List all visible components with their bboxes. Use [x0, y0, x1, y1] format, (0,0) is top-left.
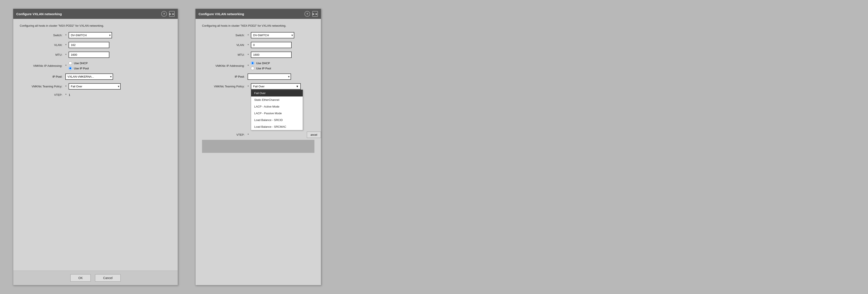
- d2-mtu-required: *: [248, 53, 249, 57]
- mtu-row: MTU: *: [20, 52, 171, 58]
- vlan-label: VLAN:: [20, 43, 65, 46]
- d2-use-ip-pool-row: Use IP Pool: [251, 67, 271, 70]
- mtu-control: *: [65, 52, 110, 58]
- d2-vlan-label: VLAN:: [202, 43, 248, 46]
- dialog2: Configure VXLAN networking ? ►► Configur…: [195, 9, 321, 285]
- vtep-required: *: [65, 93, 66, 96]
- d2-ip-pool-row: IP Pool: ▼: [202, 73, 314, 80]
- d2-teaming-control: * Fail Over ▼ Fail Over Static EtherChan…: [248, 83, 301, 90]
- vmknic-ip-row: VMKNic IP Addressing: * Use DHCP Use IP …: [20, 61, 171, 70]
- dialog1-subtitle: Configuring all hosts in cluster "NSX-PO…: [20, 24, 171, 27]
- dropdown-item-load-balance-srcmac[interactable]: Load Balance - SRCMAC: [251, 123, 303, 130]
- ok-button[interactable]: OK: [70, 274, 91, 282]
- ip-pool-label: IP Pool:: [20, 75, 65, 78]
- dialog1-footer: OK Cancel: [13, 270, 178, 285]
- dropdown-item-failover[interactable]: Fail Over: [251, 90, 303, 96]
- vlan-input[interactable]: [69, 42, 110, 48]
- vlan-row: VLAN: *: [20, 42, 171, 48]
- dialog2-subtitle: Configuring all hosts in cluster "NSX-PO…: [202, 24, 314, 27]
- use-ip-pool-radio[interactable]: [69, 67, 72, 70]
- vtep-row: VTEP: * 1: [20, 93, 171, 96]
- d2-use-ip-pool-radio[interactable]: [251, 67, 254, 70]
- d2-ip-pool-label: IP Pool:: [202, 75, 248, 78]
- cancel-button[interactable]: Cancel: [95, 274, 121, 282]
- d2-vtep-row: VTEP: * ancel: [202, 133, 314, 136]
- d2-ip-pool-label-text: IP Pool:: [235, 75, 245, 78]
- d2-switch-select-wrapper: DV-SWITCH ▼: [251, 32, 294, 38]
- d2-vlan-required: *: [248, 43, 249, 47]
- vmknic-ip-label: VMKNic IP Addressing:: [20, 64, 65, 67]
- dialog2-titlebar-icons: ? ►►: [305, 11, 318, 17]
- dialog2-help-icon[interactable]: ?: [305, 11, 310, 17]
- dialog2-title: Configure VXLAN networking: [198, 12, 244, 16]
- d2-ip-pool-select[interactable]: [248, 73, 291, 80]
- mtu-required: *: [65, 53, 66, 57]
- help-icon[interactable]: ?: [161, 11, 167, 17]
- teaming-select-wrapper: Fail Over ▼: [69, 83, 121, 90]
- d2-mtu-row: MTU: *: [202, 52, 314, 58]
- d2-vmknic-ip-control: * Use DHCP Use IP Pool: [248, 61, 271, 70]
- dialog2-titlebar: Configure VXLAN networking ? ►►: [195, 9, 321, 19]
- d2-teaming-dropdown-arrow: ▼: [296, 85, 299, 88]
- use-dhcp-radio[interactable]: [69, 61, 72, 65]
- dialog1-body: Configuring all hosts in cluster "NSX-PO…: [13, 19, 178, 270]
- d2-vtep-control: *: [248, 133, 250, 136]
- d2-switch-select[interactable]: DV-SWITCH: [251, 32, 294, 38]
- ip-pool-select[interactable]: VXLAN-VMKERNA...: [65, 73, 113, 80]
- d2-use-dhcp-row: Use DHCP: [251, 61, 271, 65]
- d2-switch-required: *: [248, 34, 249, 37]
- teaming-row: VMKNic Teaming Policy: * Fail Over ▼: [20, 83, 171, 90]
- use-dhcp-row: Use DHCP: [69, 61, 89, 65]
- dropdown-item-lacp-passive[interactable]: LACP - Passive Mode: [251, 110, 303, 117]
- dropdown-item-static-etherchannel[interactable]: Static EtherChannel: [251, 96, 303, 103]
- d2-use-dhcp-radio[interactable]: [251, 61, 254, 65]
- d2-vmknic-ip-required: *: [248, 64, 249, 67]
- teaming-required: *: [65, 85, 66, 88]
- teaming-control: * Fail Over ▼: [65, 83, 121, 90]
- use-ip-pool-row: Use IP Pool: [69, 67, 89, 70]
- titlebar-icons: ? ►►: [161, 11, 175, 17]
- d2-teaming-select-display[interactable]: Fail Over ▼: [251, 83, 301, 90]
- teaming-select[interactable]: Fail Over: [69, 83, 121, 90]
- d2-vmknic-ip-label: VMKNic IP Addressing:: [202, 64, 248, 67]
- vmknic-ip-control: * Use DHCP Use IP Pool: [65, 61, 89, 70]
- dialog2-body: Configuring all hosts in cluster "NSX-PO…: [195, 19, 321, 285]
- vtep-label: VTEP:: [20, 93, 65, 96]
- d2-vtep-required: *: [248, 133, 249, 136]
- d2-ip-pool-select-wrapper: ▼: [248, 73, 291, 80]
- ip-addressing-radio-group: Use DHCP Use IP Pool: [69, 61, 89, 70]
- use-ip-pool-label: Use IP Pool: [74, 67, 89, 70]
- d2-teaming-label: VMKNic Teaming Policy:: [202, 85, 248, 88]
- ip-pool-control: VXLAN-VMKERNA... ▼: [65, 73, 113, 80]
- d2-cancel-button[interactable]: ancel: [307, 132, 321, 138]
- d2-teaming-row: VMKNic Teaming Policy: * Fail Over ▼ Fai…: [202, 83, 314, 90]
- switch-control: * DV-SWITCH ▼: [65, 32, 112, 38]
- dialog2-arrow-icon[interactable]: ►►: [312, 11, 318, 17]
- vlan-required: *: [65, 43, 66, 47]
- switch-select[interactable]: DV-SWITCH: [69, 32, 112, 38]
- d2-vlan-row: VLAN: *: [202, 42, 314, 48]
- dropdown-item-lacp-active[interactable]: LACP - Active Mode: [251, 103, 303, 110]
- ip-pool-row: IP Pool: VXLAN-VMKERNA... ▼: [20, 73, 171, 80]
- d2-switch-label: Switch:: [202, 34, 248, 37]
- d2-mtu-input[interactable]: [251, 52, 292, 58]
- d2-use-ip-pool-label: Use IP Pool: [256, 67, 271, 70]
- d2-switch-control: * DV-SWITCH ▼: [248, 32, 294, 38]
- use-dhcp-label: Use DHCP: [74, 62, 88, 65]
- d2-gray-bar: [202, 140, 314, 153]
- d2-vmknic-ip-row: VMKNic IP Addressing: * Use DHCP Use IP …: [202, 61, 314, 70]
- d2-teaming-current-value: Fail Over: [253, 85, 296, 88]
- mtu-input[interactable]: [69, 52, 110, 58]
- d2-use-dhcp-label: Use DHCP: [256, 62, 270, 65]
- switch-select-wrapper: DV-SWITCH ▼: [69, 32, 112, 38]
- dialog1-titlebar: Configure VXLAN networking ? ►►: [13, 9, 178, 19]
- dropdown-item-load-balance-srcid[interactable]: Load Balance - SRCID: [251, 117, 303, 123]
- d2-vlan-input[interactable]: [251, 42, 292, 48]
- switch-required: *: [65, 34, 66, 37]
- d2-teaming-required: *: [248, 85, 249, 88]
- d2-switch-row: Switch: * DV-SWITCH ▼: [202, 32, 314, 38]
- arrow-icon[interactable]: ►►: [169, 11, 175, 17]
- d2-teaming-dropdown-menu: Fail Over Static EtherChannel LACP - Act…: [251, 90, 303, 130]
- mtu-label: MTU:: [20, 53, 65, 56]
- switch-label: Switch:: [20, 34, 65, 37]
